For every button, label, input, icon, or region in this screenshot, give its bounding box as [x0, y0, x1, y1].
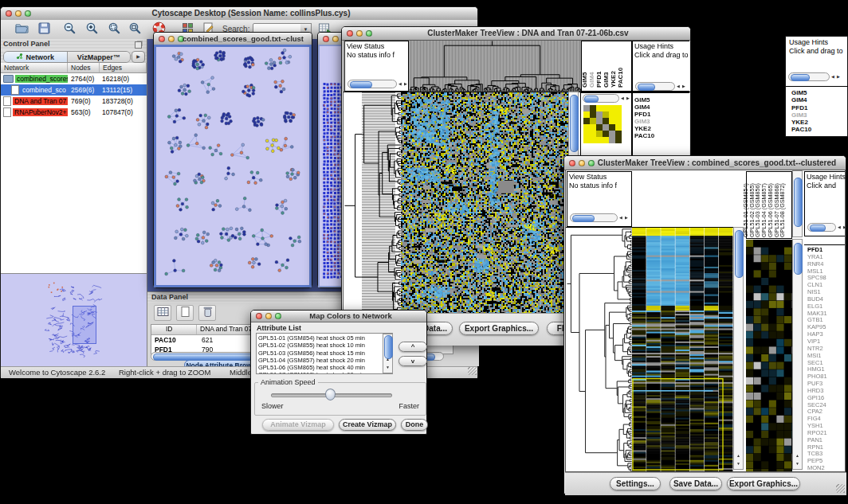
- attribute-list[interactable]: GPL51-01 (GSM854) heat shock 05 minGPL51…: [256, 333, 393, 374]
- gene-label[interactable]: GIM5: [791, 89, 847, 96]
- tv2-zoom-panel-canvas[interactable]: [746, 240, 792, 471]
- matrix-cell[interactable]: [590, 118, 596, 124]
- gene-label[interactable]: GIM3: [791, 111, 847, 119]
- gene-label[interactable]: PAC10: [634, 132, 689, 139]
- close-button[interactable]: [323, 36, 329, 42]
- main-titlebar[interactable]: Cytoscape Desktop (Session Name: collins…: [1, 7, 477, 21]
- toolbar-zoom-fit-button[interactable]: [125, 22, 144, 37]
- scroll-down-arrow[interactable]: ▼: [736, 461, 740, 466]
- gene-label[interactable]: GIM4: [791, 96, 847, 104]
- dp-trash-button[interactable]: [198, 305, 216, 321]
- scroll-down-arrow[interactable]: ▼: [795, 461, 799, 466]
- matrix-cell[interactable]: [603, 118, 609, 124]
- matrix-cell[interactable]: [583, 131, 590, 137]
- toolbar-open-folder-button[interactable]: [12, 22, 31, 37]
- tv2-row-dendrogram[interactable]: [567, 228, 632, 471]
- gene-label[interactable]: YKE2: [634, 125, 689, 132]
- matrix-cell[interactable]: [596, 105, 603, 111]
- network-table-header[interactable]: NetworkNodesEdges: [1, 63, 147, 73]
- scroll-right-arrow[interactable]: ▶: [404, 81, 407, 86]
- matrix-cell[interactable]: [603, 111, 609, 118]
- scroll-right-arrow[interactable]: ▶: [843, 225, 846, 229]
- treeview1-titlebar[interactable]: ClusterMaker TreeView : DNA and Tran 07-…: [342, 27, 690, 41]
- network-row[interactable]: combined_sco2569(6)13112(15): [1, 84, 147, 96]
- matrix-cell[interactable]: [583, 105, 590, 111]
- column-header[interactable]: Edges: [100, 63, 147, 72]
- matrix-cell[interactable]: [590, 111, 596, 118]
- resize-grip[interactable]: [836, 484, 845, 493]
- gene-label[interactable]: PAC10: [791, 126, 847, 133]
- scrollbar[interactable]: [583, 94, 619, 103]
- overview-viewport-rect[interactable]: [73, 306, 96, 344]
- scrollbar[interactable]: [570, 213, 618, 222]
- gene-label[interactable]: PFD1: [634, 111, 689, 118]
- export-graphics--button[interactable]: Export Graphics...: [459, 322, 539, 335]
- scrollbar[interactable]: [807, 223, 836, 232]
- matrix-cell[interactable]: [603, 105, 609, 111]
- scrollbar-thumb[interactable]: [384, 335, 393, 359]
- matrix-cell[interactable]: [583, 111, 590, 118]
- float-panel-icon[interactable]: [135, 41, 142, 49]
- matrix-cell[interactable]: [609, 111, 615, 118]
- gene-label[interactable]: GIM4: [634, 104, 689, 111]
- network-view-titlebar[interactable]: combined_scores_good.txt--cluste...: [154, 33, 312, 45]
- dialog-titlebar[interactable]: Map Colors to Network: [251, 311, 426, 322]
- scrollbar[interactable]: ▲▼: [733, 227, 744, 470]
- matrix-cell[interactable]: [615, 124, 622, 131]
- scroll-right-arrow[interactable]: ▶: [626, 96, 630, 100]
- close-button[interactable]: [256, 313, 262, 319]
- scroll-up-arrow[interactable]: ▲: [386, 357, 390, 361]
- speed-slider-thumb[interactable]: [325, 389, 336, 400]
- resize-grip[interactable]: [468, 366, 477, 375]
- tab-network[interactable]: Network: [4, 52, 67, 62]
- minimize-button[interactable]: [15, 10, 22, 17]
- scrollbar-thumb[interactable]: [791, 74, 810, 81]
- network-row[interactable]: combined_scores2764(0)16218(0): [1, 73, 147, 84]
- matrix-cell[interactable]: [596, 124, 603, 131]
- zoom-button[interactable]: [25, 10, 31, 17]
- scrollbar-thumb[interactable]: [794, 178, 803, 227]
- treeview2-titlebar[interactable]: ClusterMaker TreeView : combined_scores_…: [564, 156, 846, 170]
- move-down-button[interactable]: v: [398, 356, 427, 366]
- minimize-button[interactable]: [265, 313, 272, 319]
- scroll-left-arrow[interactable]: ◀: [398, 81, 402, 86]
- matrix-cell[interactable]: [590, 124, 596, 131]
- scroll-left-arrow[interactable]: ◀: [621, 96, 624, 100]
- tv1-row-dendrogram[interactable]: [344, 92, 401, 313]
- matrix-cell[interactable]: [603, 137, 609, 143]
- gene-label[interactable]: YKE2: [791, 119, 847, 126]
- dp-new-page-button[interactable]: [176, 305, 194, 321]
- zoom-button[interactable]: [588, 160, 595, 166]
- attribute-list-item[interactable]: GPL51-04 (GSM857) heat shock 20 min: [258, 357, 379, 364]
- settings--button[interactable]: Settings...: [610, 477, 661, 490]
- matrix-cell[interactable]: [603, 131, 609, 137]
- animate-vizmap-button[interactable]: Animate Vizmap: [262, 419, 334, 431]
- gene-label[interactable]: PFD1: [791, 104, 847, 111]
- matrix-cell[interactable]: [596, 131, 603, 137]
- matrix-cell[interactable]: [609, 105, 615, 111]
- tab-overflow-button[interactable]: ▶: [132, 51, 145, 63]
- scroll-left-arrow[interactable]: ◀: [677, 84, 680, 88]
- close-button[interactable]: [6, 10, 12, 17]
- zoom-button[interactable]: [366, 30, 372, 37]
- matrix-cell[interactable]: [590, 131, 596, 137]
- scrollbar[interactable]: [347, 80, 397, 88]
- attribute-list-item[interactable]: GPL51-06 (GSM865) heat shock 40 min: [258, 364, 379, 371]
- network-canvas[interactable]: [156, 47, 309, 285]
- scroll-left-arrow[interactable]: ◀: [838, 225, 841, 229]
- scroll-left-arrow[interactable]: ◀: [831, 74, 834, 79]
- close-button[interactable]: [569, 160, 575, 166]
- attribute-list-item[interactable]: GPL51-01 (GSM854) heat shock 05 min: [258, 334, 379, 342]
- scrollbar-thumb[interactable]: [638, 84, 655, 91]
- scrollbar-thumb[interactable]: [735, 230, 744, 278]
- dp-table-button[interactable]: [154, 305, 171, 321]
- matrix-cell[interactable]: [609, 118, 615, 124]
- scroll-down-arrow[interactable]: ▼: [386, 365, 390, 369]
- scroll-up-arrow[interactable]: ▲: [736, 453, 740, 458]
- export-graphics--button[interactable]: Export Graphics...: [727, 477, 800, 490]
- attribute-list-item[interactable]: GPL51-02 (GSM855) heat shock 10 min: [258, 342, 379, 349]
- matrix-cell[interactable]: [603, 124, 609, 131]
- scroll-right-arrow[interactable]: ▶: [625, 215, 628, 220]
- matrix-cell[interactable]: [583, 137, 590, 143]
- scrollbar[interactable]: [635, 82, 675, 91]
